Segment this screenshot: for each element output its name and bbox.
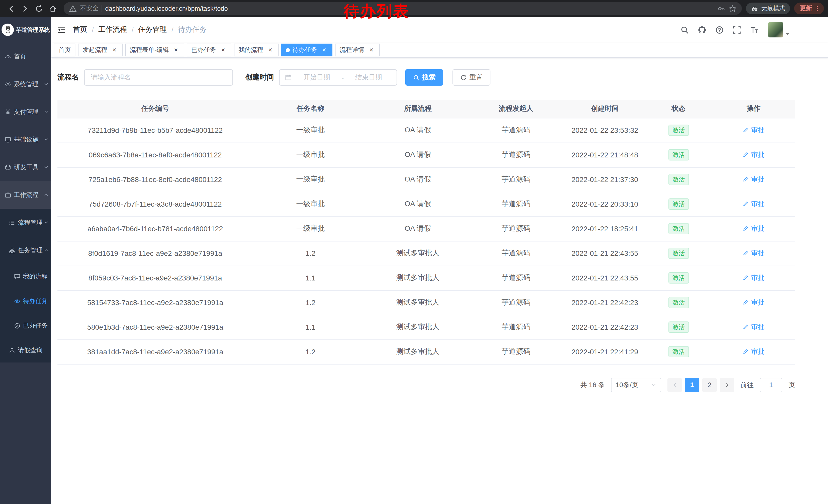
goto-page-input[interactable]: 1 [760,378,782,392]
next-page-button[interactable] [720,378,734,392]
reset-button[interactable]: 重置 [452,69,490,86]
sidebar-item-workflow[interactable]: 工作流程 [0,181,51,209]
approve-link[interactable]: 审批 [742,249,764,258]
table-row: 8f0d1619-7ac8-11ec-a9e2-a2380e71991a 1.2… [57,241,795,266]
sidebar-item-payment-mgmt[interactable]: 支付管理 [0,98,51,126]
page-content: 流程名 请输入流程名 创建时间 开始日期 - 结束日期 搜索 [51,58,828,504]
font-size-button[interactable] [748,24,760,35]
range-separator: - [342,74,344,81]
approve-link[interactable]: 审批 [742,150,764,159]
close-icon[interactable]: ✕ [368,46,375,54]
sidebar-item-home[interactable]: 首页 [0,43,51,70]
tab-start-process[interactable]: 发起流程 ✕ [78,44,123,56]
tags-view: 首页 发起流程 ✕ 流程表单-编辑 ✕ 已办任务 ✕ 我的流程 ✕ [51,43,828,58]
update-label: 更新 [800,4,812,13]
sidebar-item-done-tasks[interactable]: 已办任务 [0,313,51,338]
forward-button[interactable] [18,2,32,15]
close-icon[interactable]: ✕ [321,46,328,54]
app-title: 芋道管理系统 [16,26,50,34]
tab-todo-tasks[interactable]: 待办任务 ✕ [281,44,332,56]
refresh-icon [460,74,467,81]
bookmark-star-icon[interactable] [729,4,737,12]
col-actions: 操作 [712,100,795,118]
close-icon[interactable]: ✕ [267,46,274,54]
header-search-button[interactable] [679,24,690,35]
sidebar-item-process-mgmt[interactable]: 流程管理 [0,209,51,236]
breadcrumb-workflow[interactable]: 工作流程 [98,25,127,34]
col-status: 状态 [646,100,712,118]
back-icon [7,4,15,12]
sidebar-item-devtools[interactable]: 研发工具 [0,153,51,181]
avatar[interactable] [768,22,783,37]
tab-process-form-edit[interactable]: 流程表单-编辑 ✕ [125,44,184,56]
end-date-placeholder: 结束日期 [346,73,391,82]
browser-menu-kebab-icon[interactable] [814,5,821,12]
edit-icon [742,201,749,208]
process-name-input[interactable]: 请输入流程名 [84,69,233,86]
tab-home[interactable]: 首页 [54,44,75,56]
home-button[interactable] [46,2,59,15]
close-icon[interactable]: ✕ [172,46,179,54]
prev-page-button[interactable] [667,378,682,392]
table-row: 8f059c03-7ac8-11ec-a9e2-a2380e71991a 1.1… [57,266,795,290]
table-row: 580e1b3d-7ac8-11ec-a9e2-a2380e71991a 1.1… [57,315,795,339]
approve-link[interactable]: 审批 [742,298,764,307]
incognito-label: 无痕模式 [761,5,785,12]
sidebar-item-system-mgmt[interactable]: 系统管理 [0,70,51,98]
breadcrumb-task-mgmt[interactable]: 任务管理 [138,25,167,34]
approve-link[interactable]: 审批 [742,126,764,135]
help-button[interactable] [714,24,725,35]
status-badge: 激活 [668,272,689,283]
page-size-select[interactable]: 10条/页 [611,378,661,392]
fullscreen-button[interactable] [731,24,742,35]
tab-my-processes[interactable]: 我的流程 ✕ [234,44,279,56]
browser-toolbar: 不安全 dashboard.yudao.iocoder.cn/bpm/task/… [0,0,828,17]
sidebar-item-my-processes[interactable]: 我的流程 [0,264,51,289]
col-task-name: 任务名称 [253,100,368,118]
font-size-icon [750,26,758,34]
user-menu[interactable] [768,22,790,37]
sidebar-collapse-button[interactable] [53,21,70,38]
sidebar-item-task-mgmt[interactable]: 任务管理 [0,236,51,264]
search-icon [413,74,420,81]
approve-link[interactable]: 审批 [742,175,764,184]
security-label: 不安全 [80,4,98,13]
reload-button[interactable] [32,2,46,15]
sidebar-item-todo-tasks[interactable]: 待办任务 [0,289,51,313]
table-header-row: 任务编号 任务名称 所属流程 流程发起人 创建时间 状态 操作 [57,100,795,118]
breadcrumb-home[interactable]: 首页 [73,25,87,34]
chevron-right-icon [724,382,730,388]
close-icon[interactable]: ✕ [219,46,227,54]
tab-process-detail[interactable]: 流程详情 ✕ [335,44,380,56]
col-process: 所属流程 [368,100,468,118]
password-key-icon[interactable] [717,4,726,12]
update-button[interactable]: 更新 [794,3,824,14]
create-time-range-picker[interactable]: 开始日期 - 结束日期 [279,69,397,86]
edit-icon [742,127,749,134]
divider [101,5,102,12]
approve-link[interactable]: 审批 [742,224,764,233]
status-badge: 激活 [668,297,689,308]
close-icon[interactable]: ✕ [111,46,118,54]
github-icon [697,26,706,34]
search-button[interactable]: 搜索 [405,69,443,86]
approve-link[interactable]: 审批 [742,322,764,332]
tab-done-tasks[interactable]: 已办任务 ✕ [187,44,232,56]
app-logo[interactable]: 芋道管理系统 [0,17,51,43]
navbar-actions [679,22,790,37]
approve-link[interactable]: 审批 [742,347,764,356]
page-button-2[interactable]: 2 [702,378,717,392]
table-row: 725a1eb6-7b88-11ec-8ef0-acde48001122 一级审… [57,167,795,192]
task-flow-icon [9,247,15,254]
edit-icon [742,151,749,158]
sidebar-item-infrastructure[interactable]: 基础设施 [0,126,51,153]
status-bad ge: 激活 [668,321,689,333]
process-name-label: 流程名 [57,73,79,82]
edit-icon [742,176,749,183]
page-button-1[interactable]: 1 [685,378,699,392]
back-button[interactable] [4,2,18,15]
approve-link[interactable]: 审批 [742,199,764,209]
github-link[interactable] [696,24,707,35]
sidebar-item-leave-query[interactable]: 请假查询 [0,338,51,363]
approve-link[interactable]: 审批 [742,273,764,282]
